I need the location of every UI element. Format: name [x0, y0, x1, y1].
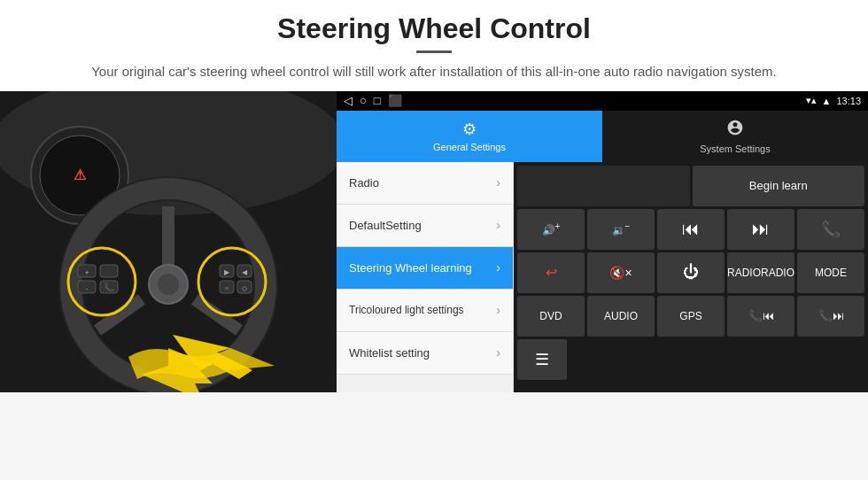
list-button[interactable]: ☰ — [517, 339, 567, 380]
gps-button[interactable]: GPS — [657, 296, 725, 337]
svg-text:◇: ◇ — [242, 284, 248, 292]
mode-button[interactable]: MODE — [797, 252, 864, 293]
bottom-section: ⚠ + - ↑ 📞 — [0, 91, 868, 392]
tab-bar: ⚙ General Settings System Settings — [337, 111, 868, 162]
wifi-icon: ▲ — [822, 96, 832, 106]
control-row-4: ☰ — [517, 339, 864, 380]
menu-list: Radio › DefaultSetting › Steering Wheel … — [337, 162, 514, 392]
vol-up-icon: 🔊+ — [542, 221, 561, 236]
power-button[interactable]: ⏻ — [657, 252, 725, 293]
main-content: Radio › DefaultSetting › Steering Wheel … — [337, 162, 868, 392]
page-title: Steering Wheel Control — [53, 12, 815, 45]
gps-label: GPS — [679, 310, 701, 322]
svg-text:↑: ↑ — [86, 271, 89, 276]
begin-learn-button[interactable]: Begin learn — [693, 166, 865, 206]
tab-system-label: System Settings — [700, 143, 770, 154]
dvd-label: DVD — [539, 310, 562, 322]
next-track-icon: ⏭ — [752, 219, 770, 239]
top-section: Steering Wheel Control Your original car… — [0, 0, 868, 91]
tel-prev-icon: 📞⏮ — [748, 309, 774, 322]
car-image: ⚠ + - ↑ 📞 — [0, 91, 337, 392]
audio-button[interactable]: AUDIO — [587, 296, 655, 337]
svg-rect-15 — [100, 265, 118, 277]
chevron-icon: › — [496, 218, 500, 232]
svg-text:○: ○ — [225, 284, 229, 292]
phone-answer-button[interactable]: 📞 — [797, 209, 864, 250]
menu-item-whitelist-label: Whitelist setting — [349, 346, 430, 360]
svg-text:-: - — [86, 284, 89, 292]
nav-buttons: ◁ ○ □ ⬛ — [344, 94, 402, 107]
control-row-2: ↩ 🔇× ⏻ RADIO RADIO MODE — [517, 252, 864, 293]
audio-label: AUDIO — [604, 310, 638, 322]
svg-text:⚠: ⚠ — [74, 167, 87, 182]
svg-text:📞: 📞 — [104, 282, 115, 293]
title-divider — [416, 50, 452, 53]
subtitle: Your original car's steering wheel contr… — [53, 62, 815, 82]
menu-item-whitelist[interactable]: Whitelist setting › — [337, 332, 513, 375]
empty-cell — [517, 166, 690, 206]
tab-system[interactable]: System Settings — [602, 111, 868, 162]
status-icons: ▾▴ ▲ 13:13 — [806, 95, 861, 106]
nav-recent[interactable]: □ — [374, 94, 381, 107]
begin-learn-row: Begin learn — [517, 166, 864, 206]
signal-icon: ▾▴ — [806, 95, 817, 106]
menu-item-default-label: DefaultSetting — [349, 219, 422, 232]
radio-label: RADIO — [727, 267, 761, 279]
tel-next-icon: 📞⏭ — [818, 309, 844, 322]
dvd-button[interactable]: DVD — [517, 296, 585, 337]
chevron-icon: › — [496, 345, 500, 360]
general-settings-icon: ⚙ — [462, 120, 477, 139]
menu-item-tricoloured-label: Tricoloured light settings — [349, 304, 464, 316]
tel-prev-button[interactable]: 📞⏮ — [727, 296, 794, 337]
tab-general-label: General Settings — [433, 142, 506, 152]
power-icon: ⏻ — [683, 263, 699, 282]
hang-up-button[interactable]: ↩ — [517, 252, 585, 293]
nav-extra[interactable]: ⬛ — [388, 94, 402, 107]
svg-point-11 — [158, 274, 179, 295]
hang-up-icon: ↩ — [546, 264, 557, 281]
prev-track-icon: ⏮ — [682, 219, 700, 239]
tel-next-button[interactable]: 📞⏭ — [797, 296, 864, 337]
phone-answer-icon: 📞 — [821, 220, 841, 239]
vol-down-button[interactable]: 🔉− — [587, 209, 655, 250]
svg-text:▶: ▶ — [224, 268, 230, 276]
next-track-button[interactable]: ⏭ — [727, 209, 794, 250]
menu-item-radio[interactable]: Radio › — [337, 162, 513, 205]
menu-item-default[interactable]: DefaultSetting › — [337, 205, 513, 247]
time-display: 13:13 — [836, 96, 861, 106]
control-grid: Begin learn 🔊+ 🔉− ⏮ ⏭ — [514, 162, 868, 392]
menu-item-steering-label: Steering Wheel learning — [349, 261, 472, 275]
radio-button[interactable]: RADIO RADIO — [727, 252, 794, 293]
menu-item-steering[interactable]: Steering Wheel learning › — [337, 247, 513, 290]
chevron-icon: › — [496, 260, 500, 275]
control-row-3: DVD AUDIO GPS 📞⏮ 📞⏭ — [517, 296, 864, 337]
status-bar: ◁ ○ □ ⬛ ▾▴ ▲ 13:13 — [337, 91, 868, 111]
svg-text:◀: ◀ — [242, 268, 248, 276]
nav-home[interactable]: ○ — [360, 94, 367, 107]
menu-item-radio-label: Radio — [349, 176, 379, 190]
vol-up-button[interactable]: 🔊+ — [517, 209, 585, 250]
prev-track-button[interactable]: ⏮ — [657, 209, 725, 250]
chevron-icon: › — [496, 175, 500, 190]
mute-button[interactable]: 🔇× — [587, 252, 655, 293]
chevron-icon: › — [496, 303, 500, 317]
system-settings-icon — [726, 119, 744, 141]
mute-icon: 🔇× — [609, 266, 632, 280]
tab-general[interactable]: ⚙ General Settings — [337, 111, 602, 162]
list-icon: ☰ — [535, 350, 549, 369]
menu-item-tricoloured[interactable]: Tricoloured light settings › — [337, 290, 513, 332]
vol-down-icon: 🔉− — [612, 221, 631, 236]
android-panel: ◁ ○ □ ⬛ ▾▴ ▲ 13:13 ⚙ General Settings — [337, 91, 868, 392]
control-row-1: 🔊+ 🔉− ⏮ ⏭ 📞 — [517, 209, 864, 250]
mode-label: MODE — [815, 267, 847, 279]
nav-back[interactable]: ◁ — [344, 94, 353, 107]
